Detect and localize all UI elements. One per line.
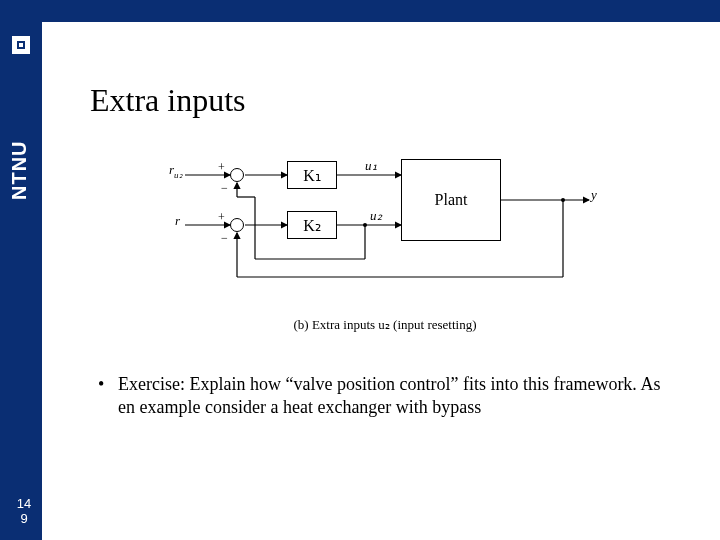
label-u2: u₂	[370, 208, 382, 224]
brand-name: NTNU	[8, 140, 31, 200]
diagram-caption: (b) Extra inputs u₂ (input resetting)	[294, 317, 477, 333]
k1-label: K₁	[303, 166, 321, 185]
label-u1: u₁	[365, 158, 377, 174]
top-bar	[0, 0, 720, 22]
svg-point-16	[363, 223, 367, 227]
page-number-top: 14	[12, 497, 36, 511]
page-number-bottom: 9	[12, 512, 36, 526]
content-area: Extra inputs	[42, 22, 720, 540]
summing-junction-2	[230, 218, 244, 232]
k2-label: K₂	[303, 216, 321, 235]
slide: NTNU 14 9 Extra inputs	[0, 0, 720, 540]
sign-plus-2: +	[218, 210, 225, 225]
page-number: 14 9	[12, 497, 36, 526]
label-ru2: ru₂	[169, 162, 183, 180]
label-y: y	[591, 187, 597, 203]
block-diagram: K₁ K₂ Plant ru₂ r u₁ u₂ y + − +	[165, 147, 605, 307]
block-k2: K₂	[287, 211, 337, 239]
sign-plus-1: +	[218, 160, 225, 175]
sign-minus-1: −	[221, 181, 228, 196]
plant-label: Plant	[435, 191, 468, 209]
summing-junction-1	[230, 168, 244, 182]
sidebar: NTNU 14 9	[0, 0, 42, 540]
page-title: Extra inputs	[90, 82, 680, 119]
block-plant: Plant	[401, 159, 501, 241]
logo-inner-square-icon	[17, 41, 25, 49]
diagram-container: K₁ K₂ Plant ru₂ r u₁ u₂ y + − +	[90, 147, 680, 333]
label-r: r	[175, 213, 180, 229]
svg-point-15	[561, 198, 565, 202]
ntnu-logo-icon	[12, 36, 30, 54]
exercise-text: Exercise: Explain how “valve position co…	[118, 374, 660, 417]
block-k1: K₁	[287, 161, 337, 189]
exercise-bullet: Exercise: Explain how “valve position co…	[90, 373, 680, 420]
sign-minus-2: −	[221, 231, 228, 246]
